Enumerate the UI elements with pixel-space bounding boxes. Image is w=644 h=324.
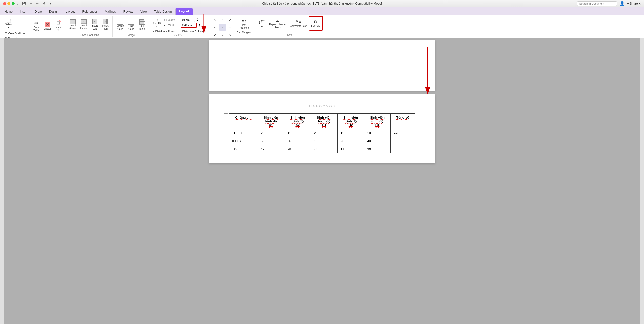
cell-ielts-c1: 40 [364, 137, 391, 145]
customize-icon[interactable]: ▼ [49, 2, 52, 5]
repeat-header-rows-button[interactable]: ⊡ Repeat HeaderRows [268, 16, 288, 31]
align-bottom-left[interactable]: ↙ [212, 31, 219, 38]
merge-cells-button[interactable]: MergeCells [115, 17, 125, 32]
align-bottom-right[interactable]: ↘ [227, 31, 234, 38]
split-cells-label: SplitCells [128, 25, 134, 31]
home-icon[interactable]: ⌂ [17, 2, 19, 5]
user-icon[interactable]: 👤 [620, 1, 625, 6]
cell-toeic-name: TOEIC [229, 129, 258, 137]
insert-right-label: InsertRight [102, 24, 109, 30]
draw-table-label: DrawTable [33, 26, 39, 32]
align-middle-left[interactable]: ← [212, 24, 219, 31]
table-header-row: Chứng chỉ Sinh viêntrình độA1 Sinh viênt… [229, 114, 415, 129]
width-row: ↔ Width: ▲ ▼ [163, 23, 201, 28]
group-cell-size-label: Cell Size [152, 33, 207, 37]
eraser-button[interactable]: ✕ Eraser [42, 19, 52, 33]
height-down[interactable]: ▼ [196, 20, 199, 22]
table-row: TOEIC 20 11 20 12 10 =73 [229, 129, 415, 137]
cell-margins-button[interactable]: Cell Margins [235, 30, 252, 35]
group-table: ⬚ Select ▼ ⊞ View Gridlines ⚙ Properties… [2, 16, 29, 37]
tab-view[interactable]: View [137, 9, 150, 15]
select-button[interactable]: ⬚ Select ▼ [4, 16, 14, 31]
view-gridlines-label: View Gridlines [8, 32, 25, 35]
delete-button[interactable]: ⊡ ✕ Delete ▼ [53, 19, 63, 33]
align-top-center[interactable]: ↑ [219, 16, 226, 23]
tab-layout[interactable]: Layout [62, 9, 78, 15]
sort-button[interactable]: ↕⬚ Sort [257, 16, 267, 31]
align-top-left[interactable]: ↖ [212, 16, 219, 23]
maximize-button[interactable] [12, 2, 15, 5]
formula-button[interactable]: fx Formula [309, 16, 323, 31]
align-middle-center[interactable]: · [219, 24, 226, 31]
tab-home[interactable]: Home [1, 9, 16, 15]
width-down[interactable]: ▼ [198, 25, 201, 27]
tab-design[interactable]: Design [46, 9, 62, 15]
tab-review[interactable]: Review [120, 9, 137, 15]
merge-cells-label: MergeCells [117, 25, 124, 31]
autofit-button[interactable]: ↔ AutoFit ▼ [152, 18, 162, 28]
page-main: TINHOCMOS + Chứng chỉ Sinh viêntrình độA… [209, 94, 435, 163]
share-button[interactable]: + Share ∧ [627, 2, 641, 5]
split-table-label: SplitTable [139, 25, 145, 31]
insert-below-button[interactable]: ↓ InsertBelow [79, 17, 89, 32]
header-a1: Sinh viêntrình độA1 [258, 114, 284, 129]
tab-layout-active[interactable]: Layout [175, 8, 193, 15]
eraser-label: Eraser [44, 27, 51, 30]
document-area: TINHOCMOS + Chứng chỉ Sinh viêntrình độA… [4, 38, 640, 324]
insert-left-button[interactable]: ← InsertLeft [90, 17, 100, 32]
align-bottom-center[interactable]: ↓ [219, 31, 226, 38]
tab-table-design[interactable]: Table Design [151, 9, 175, 15]
save-icon[interactable]: 💾 [22, 2, 26, 5]
tab-mailings[interactable]: Mailings [101, 9, 119, 15]
ruler-right [640, 38, 644, 324]
align-middle-right[interactable]: → [227, 24, 234, 31]
distribute-rows-button[interactable]: ≡ Distribute Rows [152, 29, 176, 33]
group-rows-columns: ↑ InsertAbove ↓ InsertBelow ← [66, 16, 113, 37]
group-rows-columns-label: Rows & Columns [68, 33, 110, 37]
repeat-header-label: Repeat HeaderRows [269, 23, 286, 29]
minimize-button[interactable] [7, 2, 10, 5]
draw-table-button[interactable]: ✏ DrawTable [31, 19, 42, 33]
properties-button[interactable]: ⚙ Properties [4, 36, 27, 38]
properties-label: Properties [8, 37, 21, 38]
split-cells-button[interactable]: SplitCells [126, 17, 136, 32]
print-icon[interactable]: 🖨 [42, 2, 46, 5]
cell-ielts-b1: 13 [311, 137, 338, 145]
cell-toeic-a1: 20 [258, 129, 284, 137]
view-gridlines-button[interactable]: ⊞ View Gridlines [4, 31, 27, 35]
close-button[interactable] [3, 2, 6, 5]
header-chungchi: Chứng chỉ [229, 114, 258, 129]
header-c1: Sinh viêntrình độC1 [364, 114, 391, 129]
text-direction-button[interactable]: A↕ TextDirection [235, 19, 252, 29]
group-cell-size: ↔ AutoFit ▼ ↕ Height: ▲ ▼ [150, 16, 209, 37]
tab-references[interactable]: References [78, 9, 101, 15]
tab-draw[interactable]: Draw [31, 9, 45, 15]
split-table-button[interactable]: SplitTable [137, 17, 147, 32]
insert-above-button[interactable]: ↑ InsertAbove [68, 17, 78, 32]
align-top-right[interactable]: ↗ [227, 16, 234, 23]
cell-ielts-a1: 58 [258, 137, 284, 145]
insert-below-label: InsertBelow [80, 24, 87, 30]
tab-insert[interactable]: Insert [16, 9, 31, 15]
height-input[interactable] [179, 18, 195, 22]
width-input[interactable] [181, 23, 197, 28]
undo-icon[interactable]: ↩ [30, 2, 32, 5]
cell-ielts-b2: 26 [337, 137, 364, 145]
insert-right-button[interactable]: → InsertRight [100, 17, 110, 32]
distribute-rows-label: Distribute Rows [155, 30, 175, 33]
group-alignment: ↖ ↑ ↗ ← · → ↙ ↓ ↘ A↕ TextDirection [210, 16, 254, 37]
add-row-button[interactable]: + [224, 113, 228, 117]
convert-to-text-button[interactable]: A≡ Convert to Text [289, 16, 308, 31]
cell-ielts-name: IELTS [229, 137, 258, 145]
redo-icon[interactable]: ↪ [36, 2, 39, 5]
group-draw-label [31, 36, 63, 37]
cell-toeic-a2: 11 [284, 129, 311, 137]
main-content: TINHOCMOS + Chứng chỉ Sinh viêntrình độA… [0, 38, 644, 324]
ruler-left [0, 38, 4, 324]
document-table: Chứng chỉ Sinh viêntrình độA1 Sinh viênt… [229, 113, 415, 153]
search-input[interactable] [577, 1, 617, 6]
cell-ielts-a2: 36 [284, 137, 311, 145]
cell-toefl-name: TOEFL [229, 145, 258, 153]
distribute-columns-button[interactable]: ⋮ Distribute Columns [178, 29, 207, 33]
height-label: Height: [166, 18, 178, 21]
